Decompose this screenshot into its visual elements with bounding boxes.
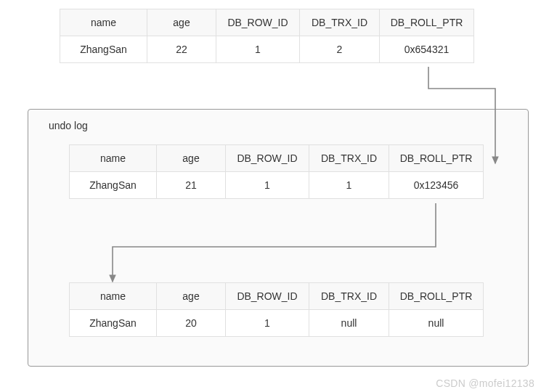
col-dbrowid-header: DB_ROW_ID — [226, 145, 309, 172]
table-row: ZhangSan 20 1 null null — [70, 310, 484, 337]
cell-age: 21 — [157, 172, 226, 199]
cell-dbtrxid: null — [309, 310, 389, 337]
col-dbrowid-header: DB_ROW_ID — [216, 9, 300, 36]
col-dbrollptr-header: DB_ROLL_PTR — [389, 283, 484, 310]
cell-dbrollptr: 0x123456 — [389, 172, 484, 199]
col-age-header: age — [157, 145, 226, 172]
cell-dbrowid: 1 — [216, 36, 300, 63]
cell-age: 20 — [157, 310, 226, 337]
cell-dbtrxid: 1 — [309, 172, 389, 199]
undo-row-table-2: name age DB_ROW_ID DB_TRX_ID DB_ROLL_PTR… — [69, 282, 484, 337]
table-header-row: name age DB_ROW_ID DB_TRX_ID DB_ROLL_PTR — [70, 145, 484, 172]
current-row-table: name age DB_ROW_ID DB_TRX_ID DB_ROLL_PTR… — [60, 9, 474, 63]
col-dbtrxid-header: DB_TRX_ID — [309, 283, 389, 310]
col-age-header: age — [157, 283, 226, 310]
cell-age: 22 — [147, 36, 216, 63]
col-dbrowid-header: DB_ROW_ID — [226, 283, 309, 310]
col-name-header: name — [70, 145, 157, 172]
undo-row-table-1: name age DB_ROW_ID DB_TRX_ID DB_ROLL_PTR… — [69, 144, 484, 199]
col-name-header: name — [60, 9, 147, 36]
col-age-header: age — [147, 9, 216, 36]
undo-log-label: undo log — [49, 120, 88, 131]
col-dbrollptr-header: DB_ROLL_PTR — [380, 9, 474, 36]
col-dbrollptr-header: DB_ROLL_PTR — [389, 145, 484, 172]
col-dbtrxid-header: DB_TRX_ID — [309, 145, 389, 172]
cell-dbrollptr: 0x654321 — [380, 36, 474, 63]
cell-name: ZhangSan — [70, 172, 157, 199]
table-row: ZhangSan 22 1 2 0x654321 — [60, 36, 474, 63]
cell-dbtrxid: 2 — [300, 36, 380, 63]
col-name-header: name — [70, 283, 157, 310]
cell-dbrollptr: null — [389, 310, 484, 337]
cell-dbrowid: 1 — [226, 172, 309, 199]
cell-name: ZhangSan — [60, 36, 147, 63]
undo-log-box: undo log name age DB_ROW_ID DB_TRX_ID DB… — [28, 109, 529, 367]
watermark: CSDN @mofei12138 — [436, 377, 534, 389]
table-header-row: name age DB_ROW_ID DB_TRX_ID DB_ROLL_PTR — [60, 9, 474, 36]
cell-name: ZhangSan — [70, 310, 157, 337]
table-header-row: name age DB_ROW_ID DB_TRX_ID DB_ROLL_PTR — [70, 283, 484, 310]
col-dbtrxid-header: DB_TRX_ID — [300, 9, 380, 36]
table-row: ZhangSan 21 1 1 0x123456 — [70, 172, 484, 199]
cell-dbrowid: 1 — [226, 310, 309, 337]
